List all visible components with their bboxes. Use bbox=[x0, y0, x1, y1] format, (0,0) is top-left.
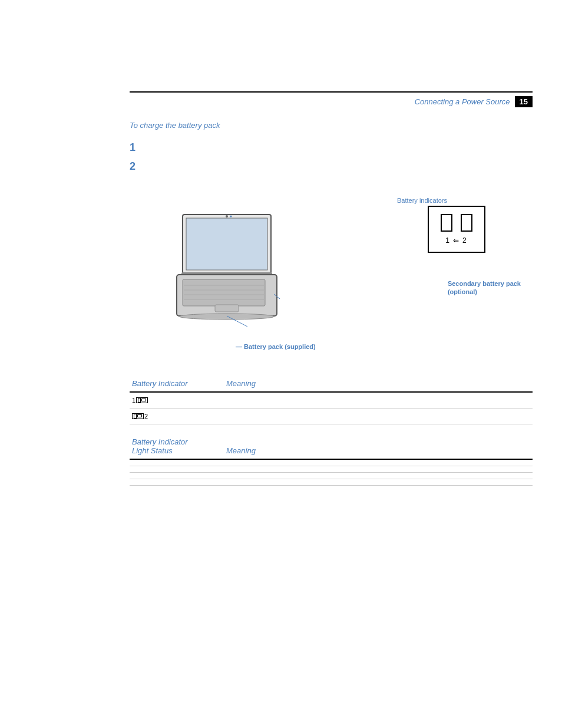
table1-row1-meaning bbox=[224, 392, 533, 409]
battery-number-row: 1 ⇐ 2 bbox=[441, 236, 472, 245]
battery-sym-1 bbox=[136, 397, 148, 403]
table1-row2-indicator: 2 bbox=[130, 408, 224, 424]
battery-pack-label: Battery pack (supplied) bbox=[244, 343, 316, 350]
table1-col1-header: Battery Indicator bbox=[130, 377, 224, 392]
table2-col2-header: Meaning bbox=[224, 435, 533, 459]
table-row bbox=[130, 466, 533, 472]
table2-row4-meaning bbox=[224, 479, 533, 485]
svg-rect-1 bbox=[186, 218, 267, 270]
battery-num-2b: 2 bbox=[144, 413, 148, 420]
table1-row2-meaning bbox=[224, 408, 533, 424]
svg-rect-9 bbox=[215, 305, 239, 312]
svg-point-10 bbox=[180, 314, 274, 319]
battery-indicators-label: Battery indicators bbox=[397, 197, 447, 204]
table-row: 1 bbox=[130, 392, 533, 409]
step-list: 1 2 bbox=[130, 138, 533, 176]
arrow-icon: ⇐ bbox=[453, 236, 460, 245]
page-container: Connecting a Power Source 15 To charge t… bbox=[0, 0, 562, 728]
table-row bbox=[130, 479, 533, 485]
header-title: Connecting a Power Source bbox=[415, 97, 510, 106]
diagram-container: Battery indicators 1 ⇐ 2 bbox=[130, 194, 533, 371]
table2-row3-status bbox=[130, 472, 224, 479]
laptop-svg bbox=[165, 212, 300, 330]
svg-rect-4 bbox=[183, 279, 265, 306]
svg-point-11 bbox=[226, 215, 228, 218]
table2-row2-status bbox=[130, 466, 224, 472]
battery-sym-2a bbox=[132, 413, 144, 419]
battery-slot-2 bbox=[461, 214, 472, 232]
battery-indicator-table-1: Battery Indicator Meaning 1 bbox=[130, 377, 533, 424]
secondary-battery-label: Secondary battery pack(optional) bbox=[448, 280, 521, 295]
callout-battery-pack: — Battery pack (supplied) bbox=[236, 343, 316, 350]
battery-num-1: 1 bbox=[445, 236, 451, 245]
table2-row1-status bbox=[130, 459, 224, 466]
step-1: 1 bbox=[130, 138, 533, 157]
header-bar: Connecting a Power Source 15 bbox=[130, 91, 533, 107]
step-2: 2 bbox=[130, 157, 533, 176]
content-area: To charge the battery pack 1 2 Battery i… bbox=[130, 115, 533, 486]
battery-indicator-table-2: Battery Indicator Light Status Meaning bbox=[130, 435, 533, 486]
callout-secondary-battery: Secondary battery pack(optional) bbox=[448, 279, 521, 297]
battery-slot-1 bbox=[441, 214, 452, 232]
table2-row1-meaning bbox=[224, 459, 533, 466]
battery-num: 1 bbox=[132, 397, 135, 404]
table1-col2-header: Meaning bbox=[224, 377, 533, 392]
battery-slots bbox=[441, 214, 472, 232]
table2-row4-status bbox=[130, 479, 224, 485]
page-number: 15 bbox=[515, 96, 533, 107]
battery-num-2: 2 bbox=[462, 236, 468, 245]
table-row bbox=[130, 472, 533, 479]
table2-row2-meaning bbox=[224, 466, 533, 472]
table2-row3-meaning bbox=[224, 472, 533, 479]
svg-point-12 bbox=[230, 215, 232, 217]
table2-col1-header: Battery Indicator Light Status bbox=[130, 435, 224, 459]
battery-indicator-box: 1 ⇐ 2 bbox=[428, 206, 485, 253]
table1-row1-indicator: 1 bbox=[130, 392, 224, 409]
section-heading: To charge the battery pack bbox=[130, 121, 533, 130]
laptop-diagram bbox=[165, 212, 300, 341]
table-row: 2 bbox=[130, 408, 533, 424]
table-row bbox=[130, 459, 533, 466]
